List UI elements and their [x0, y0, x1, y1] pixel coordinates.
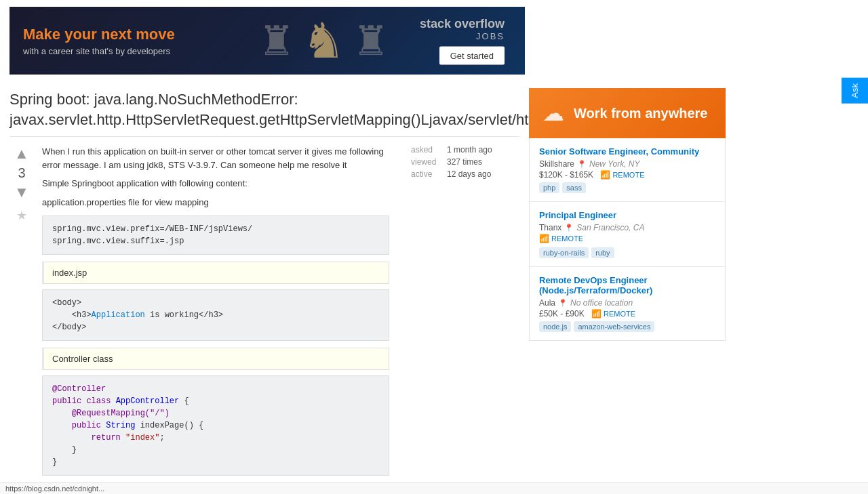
- meta-viewed-row: viewed 327 times: [411, 157, 519, 167]
- job-salary-1: $120K - $165K 📶 REMOTE: [539, 170, 715, 180]
- wfa-banner[interactable]: ☁ Work from anywhere: [529, 88, 726, 138]
- so-logo-text: stack overflow JOBS: [420, 17, 505, 41]
- job-remote-1: REMOTE: [612, 171, 644, 179]
- status-url: https://blog.csdn.net/cdnight...: [5, 485, 104, 493]
- chess-knight-icon: ♞: [302, 12, 346, 69]
- job-title-link-2[interactable]: Principal Engineer: [539, 210, 616, 220]
- meta-active-row: active 12 days ago: [411, 169, 519, 179]
- job-title-link-1[interactable]: Senior Software Engineer, Community: [539, 146, 699, 157]
- question-paragraph-3: application.properties file for view map…: [42, 196, 389, 209]
- job-remote-3: REMOTE: [604, 310, 635, 318]
- code-annotation-mapping: @RequestMapping("/"): [72, 409, 170, 418]
- job-location-2: San Francisco, CA: [576, 223, 644, 232]
- job-company-name-2: Thanx: [539, 223, 561, 232]
- code-line: </body>: [52, 321, 379, 333]
- vote-down-button[interactable]: ▼: [13, 184, 31, 201]
- code-app-link[interactable]: Application: [92, 310, 145, 320]
- code-brace: {: [179, 396, 189, 406]
- job-title-2[interactable]: Principal Engineer: [539, 210, 715, 220]
- code-line: }: [52, 444, 379, 456]
- pin-icon-1: 📍: [577, 160, 587, 169]
- wfa-text: Work from anywhere: [574, 106, 707, 121]
- sidebar: ☁ Work from anywhere Senior Software Eng…: [529, 81, 732, 494]
- job-tag[interactable]: sass: [562, 182, 586, 193]
- code-line: public String indexPage() {: [52, 419, 379, 432]
- question-area: ▲ 3 ▼ ★ When I run this application on b…: [9, 145, 519, 494]
- job-item-2: Principal Engineer Thanx 📍 San Francisco…: [530, 202, 725, 267]
- job-remote-row-2: 📶 REMOTE: [539, 234, 715, 243]
- question-title: Spring boot: java.lang.NoSuchMethodError…: [9, 81, 519, 137]
- page-container: Spring boot: java.lang.NoSuchMethodError…: [0, 81, 868, 494]
- meta-asked-row: asked 1 month ago: [411, 145, 519, 155]
- job-tags-2: ruby-on-rails ruby: [539, 247, 715, 258]
- job-company-2: Thanx 📍 San Francisco, CA: [539, 223, 715, 232]
- code-annotation-controller: @Controller: [52, 384, 106, 394]
- job-location-3: No office location: [570, 298, 633, 308]
- code-line: spring.mvc.view.prefix=/WEB-INF/jspViews…: [52, 223, 379, 235]
- job-tags-1: php sass: [539, 182, 715, 193]
- job-company-3: Aula 📍 No office location: [539, 298, 715, 308]
- meta-asked-value: 1 month ago: [447, 145, 492, 155]
- pin-icon-2: 📍: [564, 224, 574, 232]
- banner-sub-line: with a career site that's by developers: [23, 46, 175, 56]
- code-line: @Controller: [52, 383, 379, 395]
- vote-section: ▲ 3 ▼ ★: [9, 145, 34, 494]
- job-item-3: Remote DevOps Engineer (Node.js/Terrafor…: [530, 267, 725, 340]
- code-keyword-public2: public: [72, 421, 106, 430]
- job-tag[interactable]: ruby-on-rails: [539, 247, 589, 258]
- job-tag[interactable]: node.js: [539, 321, 571, 332]
- code-class-appcontroller: AppController: [116, 396, 180, 406]
- job-company-name-1: Skillshare: [539, 159, 574, 169]
- code-line: return "index";: [52, 432, 379, 444]
- vote-up-button[interactable]: ▲: [13, 145, 31, 163]
- job-tag[interactable]: ruby: [591, 247, 614, 258]
- code-line: }: [52, 456, 379, 468]
- job-company-1: Skillshare 📍 New York, NY: [539, 159, 715, 169]
- code-line: spring.mvc.view.suffix=.jsp: [52, 235, 379, 247]
- section-header-controller: Controller class: [42, 348, 389, 370]
- question-body: When I run this application on built-in …: [42, 145, 389, 494]
- code-line: <body>: [52, 297, 379, 309]
- meta-active-label: active: [411, 169, 441, 179]
- job-item-1: Senior Software Engineer, Community Skil…: [530, 138, 725, 202]
- job-tag[interactable]: amazon-web-services: [574, 321, 654, 332]
- meta-active-value: 12 days ago: [447, 169, 491, 179]
- wifi-icon-1: 📶: [600, 170, 610, 180]
- section-header-index-jsp: index.jsp: [42, 262, 389, 284]
- banner-chess-pieces: ♜ ♞ ♜: [258, 7, 389, 75]
- job-title-link-3[interactable]: Remote DevOps Engineer (Node.js/Terrafor…: [539, 275, 652, 295]
- chess-rook2-icon: ♜: [353, 17, 389, 64]
- job-tag[interactable]: php: [539, 182, 559, 193]
- favorite-button[interactable]: ★: [16, 208, 27, 223]
- question-paragraph-1: When I run this application on built-in …: [42, 145, 389, 171]
- meta-asked-label: asked: [411, 145, 441, 155]
- question-meta: asked 1 month ago viewed 327 times activ…: [397, 145, 519, 494]
- code-method-sig: indexPage() {: [135, 421, 203, 430]
- job-salary-3: £50K - £90K 📶 REMOTE: [539, 309, 715, 318]
- get-started-button[interactable]: Get started: [439, 47, 505, 65]
- so-logo: stack overflow JOBS Get started: [420, 17, 505, 65]
- so-jobs-banner[interactable]: Make your next move with a career site t…: [9, 7, 525, 75]
- meta-viewed-label: viewed: [411, 157, 441, 167]
- status-bar: https://blog.csdn.net/cdnight...: [0, 482, 868, 494]
- job-title-1[interactable]: Senior Software Engineer, Community: [539, 146, 715, 157]
- code-string-index: "index": [125, 433, 159, 442]
- section-index-jsp-label: index.jsp: [52, 268, 87, 278]
- job-tags-3: node.js amazon-web-services: [539, 321, 715, 332]
- wifi-icon-2: 📶: [539, 234, 549, 243]
- main-content: Spring boot: java.lang.NoSuchMethodError…: [0, 81, 529, 494]
- question-paragraph-2: Simple Springboot application with follo…: [42, 177, 389, 190]
- code-keyword-public: public class: [52, 396, 116, 406]
- job-location-1: New York, NY: [589, 159, 639, 169]
- code-block-controller: @Controller public class AppController {…: [42, 375, 389, 476]
- job-title-3[interactable]: Remote DevOps Engineer (Node.js/Terrafor…: [539, 275, 715, 295]
- vote-count: 3: [18, 165, 25, 181]
- wifi-icon-3: 📶: [591, 309, 601, 318]
- meta-viewed-value: 327 times: [447, 157, 482, 167]
- banner-text: Make your next move with a career site t…: [23, 26, 175, 56]
- code-keyword-return: return: [92, 433, 125, 442]
- code-block-properties: spring.mvc.view.prefix=/WEB-INF/jspViews…: [42, 215, 389, 255]
- ask-question-button[interactable]: Ask: [842, 78, 868, 104]
- chess-rook-icon: ♜: [258, 17, 295, 64]
- job-company-name-3: Aula: [539, 298, 555, 308]
